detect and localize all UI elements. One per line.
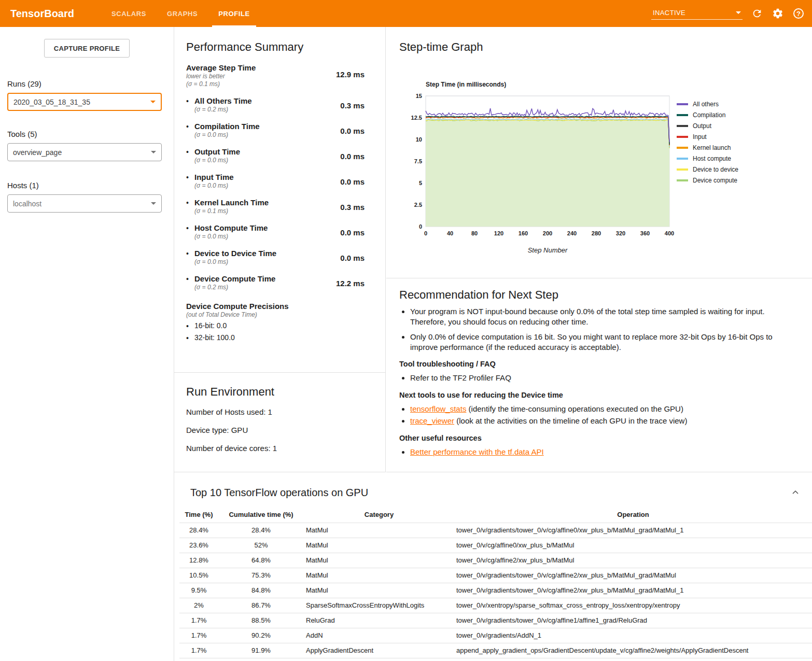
table-row: 23.6%52%MatMultower_0/v/cg/affine0/xw_pl… — [179, 538, 812, 553]
runs-field: Runs (29) 2020_03_05_18_31_35 — [7, 79, 174, 111]
legend-item[interactable]: Kernel launch — [677, 142, 738, 153]
faq-heading: Tool troubleshooting / FAQ — [399, 360, 790, 368]
tab-scalars[interactable]: SCALARS — [104, 0, 153, 27]
precision-value: 32-bit: 100.0 — [194, 333, 235, 343]
bullet-dot: • — [186, 223, 194, 241]
runs-selected-value: 2020_03_05_18_31_35 — [13, 98, 90, 106]
tools-label: Tools (5) — [7, 130, 174, 138]
cell-time: 23.6% — [179, 538, 218, 553]
top-ops-card: Top 10 TensorFlow operations on GPU Time… — [174, 473, 812, 661]
cell-operation: tower_0/v/cg/affine0/xw_plus_b/MatMul — [454, 538, 812, 553]
svg-text:7.5: 7.5 — [414, 158, 422, 164]
tool-link[interactable]: trace_viewer — [410, 416, 454, 425]
tool-link-desc: (look at the activities on the timeline … — [454, 416, 687, 425]
metric-sigma: (σ = 0.2 ms) — [194, 106, 252, 114]
recommendation-card: Recommendation for Next Step Your progra… — [386, 278, 812, 457]
table-row: 10.5%75.3%MatMultower_0/v/gradients/towe… — [179, 568, 812, 583]
average-step-time-sigma: (σ = 0.1 ms) — [186, 80, 256, 88]
metric-value: 0.0 ms — [340, 228, 365, 241]
bullet-dot: • — [186, 122, 194, 139]
svg-text:320: 320 — [616, 230, 625, 236]
chart-legend: All othersCompilationOutputInputKernel l… — [677, 99, 738, 186]
cell-cumulative: 91.9% — [218, 643, 304, 658]
tab-graphs[interactable]: GRAPHS — [160, 0, 205, 27]
bullet-dot: • — [186, 96, 194, 114]
legend-item[interactable]: Device compute — [677, 175, 738, 186]
svg-text:360: 360 — [640, 230, 650, 236]
perf-metric-row: •Input Time(σ = 0.0 ms)0.0 ms — [186, 173, 365, 190]
perf-metric-row: •Compilation Time(σ = 0.0 ms)0.0 ms — [186, 122, 365, 139]
column-header: Time (%) — [179, 507, 218, 523]
legend-label: All others — [693, 101, 719, 108]
hosts-selected-value: localhost — [13, 200, 41, 208]
cell-category: AddN — [304, 628, 454, 643]
metric-sigma: (σ = 0.0 ms) — [194, 233, 268, 241]
data-status-dropdown[interactable]: INACTIVE — [651, 7, 743, 20]
metric-value: 0.3 ms — [340, 203, 365, 215]
svg-text:280: 280 — [592, 230, 601, 236]
legend-item[interactable]: Input — [677, 131, 738, 142]
cell-operation: tower_0/v/gradients/tower_0/v/cg/affine1… — [454, 613, 812, 628]
performance-summary-card: Performance Summary Average Step Time lo… — [174, 27, 385, 373]
legend-item[interactable]: Device to device — [677, 164, 738, 175]
bullet-dot: • — [186, 249, 194, 266]
help-icon[interactable]: ? — [792, 7, 805, 20]
metric-value: 0.0 ms — [340, 126, 365, 139]
legend-label: Device compute — [693, 177, 737, 184]
cell-category: MatMul — [304, 553, 454, 568]
legend-item[interactable]: Output — [677, 120, 738, 131]
svg-text:200: 200 — [543, 230, 552, 236]
legend-item[interactable]: Host compute — [677, 153, 738, 164]
capture-profile-button[interactable]: CAPTURE PROFILE — [44, 39, 130, 58]
tool-link[interactable]: tensorflow_stats — [410, 404, 466, 413]
resources-heading: Other useful resources — [399, 434, 790, 442]
header-actions: INACTIVE ? — [651, 7, 805, 20]
legend-label: Input — [693, 133, 707, 140]
cell-category: ReluGrad — [304, 613, 454, 628]
chevron-down-icon — [151, 151, 156, 153]
table-row: 2%86.7%SparseSoftmaxCrossEntropyWithLogi… — [179, 598, 812, 613]
metric-label: Kernel Launch Time — [194, 198, 269, 207]
runs-select[interactable]: 2020_03_05_18_31_35 — [7, 93, 162, 111]
tab-profile[interactable]: PROFILE — [211, 0, 257, 27]
step-time-chart-svg: 02.557.51012.515040801201602002402803203… — [407, 79, 697, 265]
hosts-select[interactable]: localhost — [7, 194, 162, 213]
svg-text:160: 160 — [519, 230, 528, 236]
table-row: 1.7%88.5%ReluGradtower_0/v/gradients/tow… — [179, 613, 812, 628]
top-ops-table: Time (%)Cumulative time (%)CategoryOpera… — [179, 507, 812, 658]
svg-text:80: 80 — [471, 230, 478, 236]
perf-metric-row: •All Others Time(σ = 0.2 ms)0.3 ms — [186, 96, 365, 114]
run-environment-title: Run Environment — [186, 385, 373, 399]
metric-value: 0.3 ms — [340, 101, 365, 114]
collapse-chevron-up-icon[interactable] — [789, 486, 802, 499]
app-title: TensorBoard — [10, 8, 74, 20]
svg-text:5: 5 — [419, 180, 422, 186]
svg-text:10: 10 — [416, 136, 422, 143]
cell-cumulative: 28.4% — [218, 523, 304, 538]
svg-text:120: 120 — [494, 230, 503, 236]
svg-text:400: 400 — [665, 230, 674, 236]
svg-text:0: 0 — [419, 223, 422, 230]
tfdata-api-link[interactable]: Better performance with the tf.data API — [410, 447, 544, 456]
svg-text:0: 0 — [424, 230, 427, 236]
chevron-down-icon — [151, 202, 156, 205]
sidebar: CAPTURE PROFILE Runs (29) 2020_03_05_18_… — [0, 27, 174, 661]
metric-sigma: (σ = 0.1 ms) — [194, 207, 269, 215]
cell-cumulative: 52% — [218, 538, 304, 553]
legend-item[interactable]: All others — [677, 99, 738, 109]
run-environment-line: Number of Hosts used: 1 — [186, 407, 373, 417]
tools-select[interactable]: overview_page — [7, 143, 162, 161]
settings-gear-icon[interactable] — [772, 7, 784, 20]
refresh-icon[interactable] — [751, 7, 763, 20]
column-header: Operation — [454, 507, 812, 523]
metric-value: 0.0 ms — [340, 177, 365, 190]
cell-operation: tower_0/v/cg/affine2/xw_plus_b/MatMul — [454, 553, 812, 568]
cell-category: MatMul — [304, 568, 454, 583]
metric-sigma: (σ = 0.2 ms) — [194, 284, 275, 291]
cell-time: 2% — [179, 598, 218, 613]
metric-label: Device Compute Time — [194, 274, 275, 284]
cell-category: MatMul — [304, 583, 454, 598]
hosts-label: Hosts (1) — [7, 181, 174, 190]
tool-link-desc: (identify the time-consuming operations … — [466, 404, 683, 413]
legend-item[interactable]: Compilation — [677, 109, 738, 120]
